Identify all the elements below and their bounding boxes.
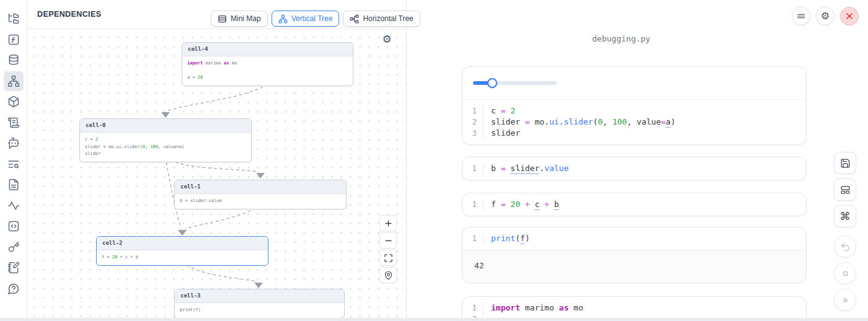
sidebar-item-help[interactable] xyxy=(4,279,24,299)
vertical-tree-button[interactable]: Vertical Tree xyxy=(272,11,340,27)
left-icon-sidebar xyxy=(0,0,27,321)
sidebar-item-file-explorer[interactable] xyxy=(4,9,24,29)
horizontal-tree-button-label: Horizontal Tree xyxy=(363,14,413,23)
minimap-button-label: Mini Map xyxy=(231,14,261,23)
line-number: 1 xyxy=(463,233,484,244)
graph-node-code: f = 20 + c + b xyxy=(97,250,268,265)
fit-view-button[interactable] xyxy=(379,250,397,266)
sidebar-item-tracing[interactable] xyxy=(4,196,24,216)
marimo-app-window: DEPENDENCIES cell-4import marimo as mo a… xyxy=(0,0,868,321)
packages-icon xyxy=(7,95,20,108)
shutdown-icon xyxy=(844,11,854,21)
shutdown-button[interactable] xyxy=(840,7,859,25)
secrets-icon xyxy=(7,241,20,253)
datasources-icon xyxy=(7,54,20,66)
vertical-tree-icon xyxy=(278,14,288,24)
sidebar-item-scratchpad[interactable] xyxy=(4,258,24,278)
zoom-out-button[interactable] xyxy=(379,232,397,248)
sidebar-item-snippets[interactable] xyxy=(4,216,24,236)
slider-thumb[interactable] xyxy=(487,78,497,88)
edge-cell-4-to-cell-0 xyxy=(167,84,268,111)
graph-node-title: cell-4 xyxy=(182,43,353,56)
run-button[interactable] xyxy=(834,289,856,311)
zoom-in-button[interactable] xyxy=(379,215,397,231)
graph-node-title: cell-2 xyxy=(97,237,268,250)
cell-code-editor[interactable]: 1c = 22slider = mo.ui.slider(0, 100, val… xyxy=(463,100,806,144)
edge-arrowhead xyxy=(178,230,187,235)
notebook-settings-button[interactable]: ⚙ xyxy=(816,7,835,25)
sidebar-item-outline[interactable] xyxy=(4,113,24,133)
cell-code-editor[interactable]: 1f = 20 + c + b xyxy=(463,193,806,216)
sidebar-item-secrets[interactable] xyxy=(4,237,24,257)
minimap-button[interactable]: Mini Map xyxy=(211,11,268,27)
cell-output xyxy=(463,67,806,100)
dependencies-panel: DEPENDENCIES cell-4import marimo as mo a… xyxy=(27,0,407,321)
snippets-icon xyxy=(7,220,20,232)
horizontal-tree-icon xyxy=(350,14,359,24)
code-line: 3slider xyxy=(463,128,806,139)
stop-button[interactable] xyxy=(834,262,856,284)
fit-view-icon xyxy=(384,253,393,263)
cell-code-editor[interactable]: 1b = slider.value xyxy=(463,157,806,180)
ai-chat-icon xyxy=(7,137,20,149)
save-button[interactable] xyxy=(834,152,856,174)
line-number: 1 xyxy=(463,302,484,314)
graph-node-code: b = slider.value xyxy=(175,194,346,209)
code-line: 1b = slider.value xyxy=(463,163,806,174)
app-layout-button[interactable] xyxy=(834,178,856,201)
sidebar-item-logs[interactable] xyxy=(4,154,24,174)
code-line: 1c = 2 xyxy=(463,105,806,117)
sidebar-item-packages[interactable] xyxy=(4,92,24,112)
tracing-icon xyxy=(7,200,20,212)
notebook-action-rail: ⌘ xyxy=(834,152,856,315)
notebook-top-buttons: ⚙ xyxy=(792,7,859,25)
pin-icon xyxy=(384,271,393,280)
graph-node-cell-4[interactable]: cell-4import marimo as mo a = 20 xyxy=(182,42,353,86)
undo-button[interactable] xyxy=(834,235,856,258)
graph-node-code: print(f) xyxy=(175,303,344,318)
graph-node-cell-1[interactable]: cell-1b = slider.value xyxy=(174,180,347,209)
cell-code-editor[interactable]: 1print(f) xyxy=(463,227,806,250)
run-icon xyxy=(840,295,851,306)
keyboard-shortcuts-icon: ⌘ xyxy=(840,211,851,222)
edge-arrowhead xyxy=(256,173,265,178)
notebook-cell-2: 1f = 20 + c + b xyxy=(462,193,807,216)
panel-title: DEPENDENCIES xyxy=(37,10,101,19)
line-number: 1 xyxy=(463,163,484,174)
code-line: 1print(f) xyxy=(463,233,806,244)
slider-widget[interactable] xyxy=(473,81,557,85)
app-layout-icon xyxy=(840,185,851,195)
sidebar-item-documentation[interactable] xyxy=(4,175,24,195)
code-line: 1f = 20 + c + b xyxy=(463,199,806,210)
pin-button[interactable] xyxy=(379,267,397,283)
sidebar-item-variables[interactable] xyxy=(4,30,24,50)
graph-node-cell-3[interactable]: cell-3print(f) xyxy=(174,289,345,319)
variables-icon xyxy=(7,33,20,46)
notebook-cell-1: 1b = slider.value xyxy=(462,157,807,180)
settings-icon: ⚙ xyxy=(821,11,830,21)
graph-node-cell-0[interactable]: cell-0c = 2slider = mo.ui.slider(0, 100,… xyxy=(79,118,252,162)
sidebar-item-dependency-graph[interactable] xyxy=(4,71,24,91)
stop-icon xyxy=(840,268,851,279)
keyboard-shortcuts-button[interactable]: ⌘ xyxy=(834,205,856,227)
graph-node-title: cell-3 xyxy=(175,289,344,303)
graph-node-cell-2[interactable]: cell-2f = 20 + c + b xyxy=(96,236,268,266)
dependency-graph-canvas[interactable]: cell-4import marimo as mo a = 20cell-0c … xyxy=(27,29,407,321)
line-number: 1 xyxy=(463,105,484,117)
cell-output: 42 xyxy=(463,250,806,283)
scratchpad-icon xyxy=(7,262,20,274)
graph-node-title: cell-1 xyxy=(175,180,346,194)
code-line: 1import marimo as mo xyxy=(463,302,806,314)
notebook-menu-button[interactable] xyxy=(792,7,810,25)
graph-node-code: c = 2slider = mo.ui.slider(0, 100, value… xyxy=(80,133,251,162)
menu-icon xyxy=(796,11,806,21)
code-line: 2slider = mo.ui.slider(0, 100, value=a) xyxy=(463,117,806,128)
documentation-icon xyxy=(7,178,20,191)
file-explorer-icon xyxy=(7,12,20,25)
sidebar-item-ai-chat[interactable] xyxy=(4,133,24,153)
graph-settings-button[interactable]: ⚙ xyxy=(381,33,392,45)
outline-icon xyxy=(7,117,20,129)
edge-arrowhead xyxy=(254,283,263,288)
sidebar-item-datasources[interactable] xyxy=(4,50,24,70)
horizontal-tree-button[interactable]: Horizontal Tree xyxy=(343,11,420,27)
